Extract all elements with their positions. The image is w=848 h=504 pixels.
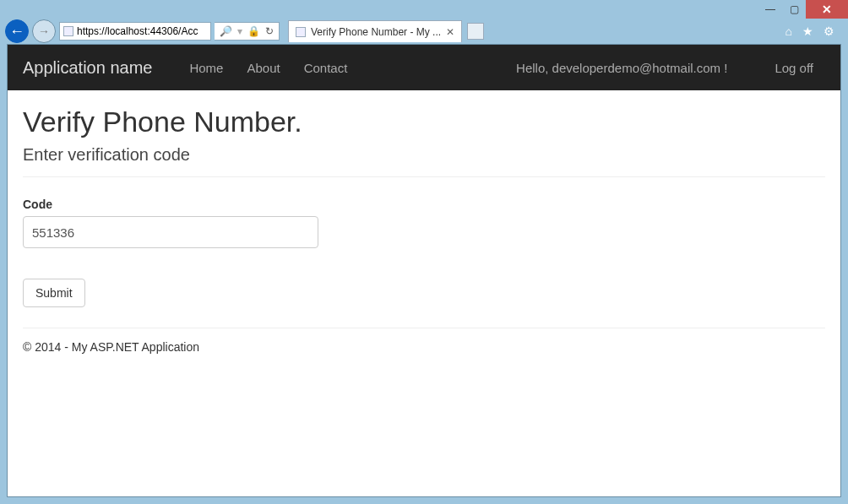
close-icon: ✕ [822,3,832,16]
tab-close-icon[interactable]: ✕ [446,26,454,38]
refresh-icon[interactable]: ↻ [265,25,274,37]
maximize-button[interactable]: ▢ [782,0,806,19]
code-group: Code [23,198,825,248]
back-button[interactable]: ← [5,19,29,43]
tab-title: Verify Phone Number - My ... [311,26,441,38]
nav-about[interactable]: About [247,61,280,75]
code-input[interactable] [23,216,318,248]
address-text: https://localhost:44306/Acc [77,25,198,37]
minimize-icon: — [765,3,775,15]
search-icon[interactable]: 🔎 [220,25,232,37]
settings-icon[interactable]: ⚙ [824,24,834,38]
footer-text: © 2014 - My ASP.NET Application [23,340,199,354]
new-tab-button[interactable] [467,23,484,40]
page-viewport: Application name Home About Contact Hell… [7,44,841,497]
brand[interactable]: Application name [23,58,152,78]
close-button[interactable]: ✕ [806,0,848,19]
address-bar[interactable]: https://localhost:44306/Acc [59,22,211,41]
page-subtitle: Enter verification code [23,145,825,165]
submit-button[interactable]: Submit [23,279,85,307]
browser-chrome: ← → https://localhost:44306/Acc 🔎 ▾ 🔒 ↻ … [0,19,848,44]
home-icon[interactable]: ⌂ [785,24,792,38]
nav-logoff[interactable]: Log off [775,61,813,75]
browser-tab[interactable]: Verify Phone Number - My ... ✕ [288,20,462,42]
nav-contact[interactable]: Contact [304,61,348,75]
maximize-icon: ▢ [790,3,799,15]
site-navbar: Application name Home About Contact Hell… [8,45,840,90]
forward-button[interactable]: → [32,19,56,43]
tab-favicon [296,27,306,37]
page-body: Verify Phone Number. Enter verification … [8,90,840,362]
address-controls: 🔎 ▾ 🔒 ↻ [215,22,280,41]
page-footer: © 2014 - My ASP.NET Application [23,328,825,354]
window-titlebar: — ▢ ✕ [0,0,848,19]
favorites-icon[interactable]: ★ [802,24,813,38]
minimize-button[interactable]: — [758,0,782,19]
nav-home[interactable]: Home [189,61,223,75]
browser-tools: ⌂ ★ ⚙ [785,24,843,38]
nav-hello[interactable]: Hello, developerdemo@hotmail.com ! [516,61,727,75]
divider [23,176,825,177]
page-icon [63,26,73,36]
code-label: Code [23,198,825,211]
page-title: Verify Phone Number. [23,106,825,138]
lock-icon: 🔒 [247,25,260,37]
